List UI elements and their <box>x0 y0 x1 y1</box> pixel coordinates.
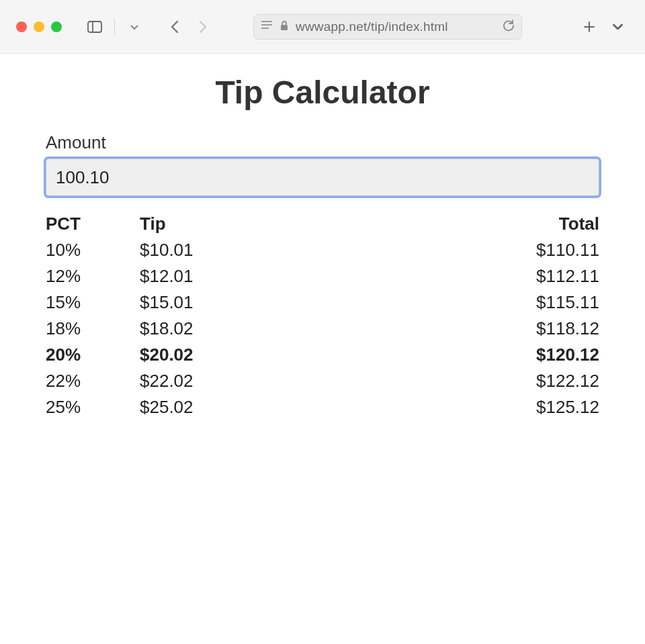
table-row: 15%$15.01$115.11 <box>46 289 599 316</box>
sidebar-toggle-button[interactable] <box>83 15 106 38</box>
cell-pct: 18% <box>46 316 140 342</box>
url-text: wwwapp.net/tip/index.html <box>296 19 448 34</box>
cell-total: $118.12 <box>478 316 599 342</box>
cell-total: $125.12 <box>478 394 599 420</box>
tab-groups-dropdown[interactable] <box>123 15 146 38</box>
window-controls <box>16 21 62 32</box>
table-row: 22%$22.02$122.12 <box>46 368 599 394</box>
cell-total: $110.11 <box>478 237 599 263</box>
tip-table: PCT Tip Total 10%$10.01$110.1112%$12.01$… <box>46 211 599 420</box>
table-row: 10%$10.01$110.11 <box>46 237 599 263</box>
amount-label: Amount <box>46 132 599 153</box>
table-row: 25%$25.02$125.12 <box>46 394 599 420</box>
cell-total: $122.12 <box>478 368 599 394</box>
page-content: Tip Calculator Amount PCT Tip Total 10%$… <box>0 54 645 420</box>
table-row: 20%$20.02$120.12 <box>46 342 599 368</box>
cell-tip: $12.01 <box>140 263 478 289</box>
col-tip: Tip <box>140 211 478 237</box>
close-window-icon[interactable] <box>16 21 27 32</box>
page-title: Tip Calculator <box>46 74 599 111</box>
cell-tip: $15.01 <box>140 289 478 316</box>
table-row: 18%$18.02$118.12 <box>46 316 599 342</box>
cell-tip: $18.02 <box>140 316 478 342</box>
back-button[interactable] <box>163 15 186 38</box>
amount-input[interactable] <box>46 158 599 196</box>
address-bar[interactable]: wwwapp.net/tip/index.html <box>253 14 522 40</box>
cell-total: $120.12 <box>478 342 599 368</box>
minimize-window-icon[interactable] <box>34 21 44 32</box>
cell-tip: $20.02 <box>140 342 478 368</box>
cell-tip: $10.01 <box>140 237 478 263</box>
forward-button[interactable] <box>191 15 214 38</box>
browser-toolbar: wwwapp.net/tip/index.html <box>0 0 645 54</box>
cell-tip: $25.02 <box>140 394 478 420</box>
reader-mode-icon[interactable] <box>261 20 273 34</box>
svg-rect-5 <box>281 25 288 30</box>
cell-total: $115.11 <box>478 289 599 316</box>
col-total: Total <box>478 211 599 237</box>
new-tab-button[interactable] <box>578 15 601 38</box>
reload-icon[interactable] <box>503 19 515 34</box>
cell-pct: 15% <box>46 289 140 316</box>
svg-rect-0 <box>88 21 101 32</box>
cell-pct: 10% <box>46 237 140 263</box>
cell-pct: 25% <box>46 394 140 420</box>
lock-icon <box>280 20 289 34</box>
separator <box>114 19 115 35</box>
table-header-row: PCT Tip Total <box>46 211 599 237</box>
table-row: 12%$12.01$112.11 <box>46 263 599 289</box>
cell-pct: 20% <box>46 342 140 368</box>
cell-pct: 12% <box>46 263 140 289</box>
cell-tip: $22.02 <box>140 368 478 394</box>
col-pct: PCT <box>46 211 140 237</box>
cell-pct: 22% <box>46 368 140 394</box>
cell-total: $112.11 <box>478 263 599 289</box>
overflow-menu-button[interactable] <box>606 15 629 38</box>
maximize-window-icon[interactable] <box>51 21 62 32</box>
